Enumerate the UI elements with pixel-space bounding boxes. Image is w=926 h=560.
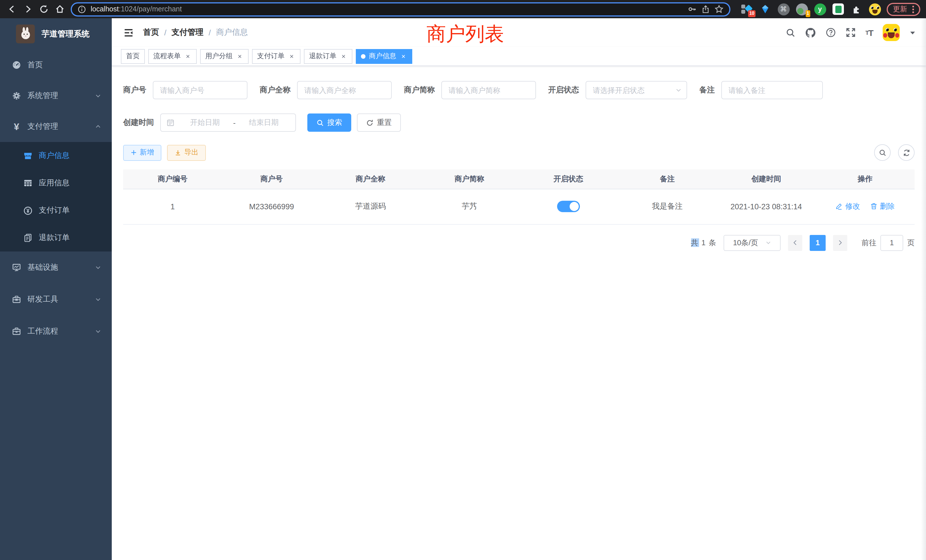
chevron-down-icon <box>95 296 101 303</box>
close-icon[interactable]: × <box>288 53 295 60</box>
table-header-row: 商户编号 商户号 商户全称 商户简称 开启状态 备注 创建时间 操作 <box>123 170 915 189</box>
sidebar-item-workflow[interactable]: 工作流程 <box>0 315 112 347</box>
extension-command-icon[interactable]: ⌘ <box>777 3 790 15</box>
chevron-down-icon <box>95 92 101 99</box>
add-button[interactable]: 新增 <box>123 145 161 160</box>
delete-link[interactable]: 删除 <box>870 201 895 212</box>
page-size-select[interactable]: 10条/页 <box>723 235 781 251</box>
sidebar-item-label: 退款订单 <box>39 233 70 243</box>
page-number-1[interactable]: 1 <box>809 235 826 251</box>
url-path: :1024/pay/merchant <box>119 5 182 13</box>
field-label: 商户全称 <box>260 85 291 95</box>
logo-rabbit-image <box>16 24 35 43</box>
gear-icon <box>12 91 21 100</box>
browser-url-bar[interactable]: localhost:1024/pay/merchant <box>71 2 731 16</box>
page-content: 商户号 商户全称 商户简称 开启状态 <box>112 66 926 560</box>
date-start-placeholder[interactable]: 开始日期 <box>179 118 231 128</box>
sidebar-item-label: 支付订单 <box>39 205 70 216</box>
filter-merchant-name: 商户全称 <box>260 81 392 99</box>
next-page-button[interactable] <box>833 235 847 251</box>
extension-session-icon[interactable]: 1 <box>796 3 808 15</box>
date-range-picker[interactable]: 开始日期 - 结束日期 <box>160 114 296 132</box>
bookmark-star-icon[interactable] <box>714 5 723 14</box>
remark-input[interactable] <box>721 81 823 99</box>
header-search-icon[interactable] <box>785 28 795 37</box>
user-menu-caret-icon[interactable] <box>909 29 916 36</box>
close-icon[interactable]: × <box>236 53 244 60</box>
sidebar-item-merchant-info[interactable]: 商户信息 <box>0 142 112 170</box>
font-size-icon[interactable]: TT <box>865 28 873 37</box>
col-create-time: 创建时间 <box>717 170 816 189</box>
extension-tiles-icon[interactable]: 10 <box>741 3 753 15</box>
github-icon[interactable] <box>805 27 816 38</box>
reset-button[interactable]: 重置 <box>357 114 401 132</box>
close-icon[interactable]: × <box>400 53 407 60</box>
merchant-short-input[interactable] <box>441 81 536 99</box>
cell-status <box>519 189 618 224</box>
prev-page-button[interactable] <box>788 235 802 251</box>
tags-view-bar: 首页 流程表单 × 用户分组 × 支付订单 × 退款订单 × <box>112 47 926 66</box>
close-icon[interactable]: × <box>184 53 192 60</box>
site-info-icon[interactable] <box>77 5 86 14</box>
tab-refund-order[interactable]: 退款订单 × <box>304 49 353 64</box>
sidebar-item-home[interactable]: 首页 <box>0 50 112 80</box>
yen-circle-icon <box>23 206 32 215</box>
status-toggle[interactable] <box>557 201 580 212</box>
help-icon[interactable] <box>825 27 836 38</box>
breadcrumb-pay[interactable]: 支付管理 <box>172 27 204 38</box>
merchant-no-input[interactable] <box>153 81 247 99</box>
browser-extensions: 10 ⌘ 1 y <box>741 3 881 15</box>
merchant-name-input[interactable] <box>297 81 392 99</box>
sidebar-item-pay[interactable]: ¥ 支付管理 <box>0 111 112 142</box>
browser-back-button[interactable] <box>5 2 20 17</box>
close-icon[interactable]: × <box>340 53 347 60</box>
sidebar-item-infra[interactable]: 基础设施 <box>0 251 112 283</box>
tab-home[interactable]: 首页 <box>121 49 145 64</box>
sidebar-collapse-icon[interactable] <box>122 26 135 39</box>
share-icon[interactable] <box>701 5 710 14</box>
browser-toolbar: localhost:1024/pay/merchant 10 ⌘ <box>0 0 926 18</box>
sidebar-item-refund-order[interactable]: 退款订单 <box>0 224 112 251</box>
goto-page-input[interactable] <box>881 235 903 251</box>
filter-create-time: 创建时间 开始日期 - 结束日期 <box>123 114 296 132</box>
cell-merchant-no: M233666999 <box>222 189 321 224</box>
document-copy-icon <box>23 233 32 242</box>
extension-y-icon[interactable]: y <box>814 3 826 15</box>
fullscreen-icon[interactable] <box>845 27 856 38</box>
browser-update-button[interactable]: 更新 <box>887 3 920 16</box>
profile-emoji-icon[interactable] <box>869 3 881 15</box>
user-avatar[interactable] <box>883 24 900 41</box>
show-search-toggle-button[interactable] <box>874 144 891 161</box>
sidebar-item-app-info[interactable]: 应用信息 <box>0 170 112 197</box>
refresh-table-button[interactable] <box>898 144 915 161</box>
grid-icon <box>23 179 32 188</box>
filter-row-1: 商户号 商户全称 商户简称 开启状态 <box>123 81 915 99</box>
browser-forward-button[interactable] <box>21 2 35 17</box>
edit-link[interactable]: 修改 <box>836 201 860 212</box>
pagination-total: 共 1 条 <box>691 238 717 248</box>
export-button[interactable]: 导出 <box>167 145 206 160</box>
extension-notes-icon[interactable] <box>832 3 844 15</box>
sidebar-item-label: 应用信息 <box>39 178 70 188</box>
field-label: 开启状态 <box>548 85 579 95</box>
sidebar-item-dev-tools[interactable]: 研发工具 <box>0 283 112 315</box>
tab-process-form[interactable]: 流程表单 × <box>148 49 197 64</box>
extensions-puzzle-icon[interactable] <box>850 3 863 15</box>
extension-gem-icon[interactable] <box>759 3 772 15</box>
app-header: 首页 / 支付管理 / 商户信息 <box>112 18 926 47</box>
sidebar-item-pay-order[interactable]: 支付订单 <box>0 197 112 224</box>
browser-menu-icon[interactable] <box>912 5 914 13</box>
password-key-icon[interactable] <box>688 5 697 14</box>
breadcrumb-home[interactable]: 首页 <box>143 27 159 38</box>
tab-user-group[interactable]: 用户分组 × <box>200 49 249 64</box>
browser-reload-button[interactable] <box>36 2 51 17</box>
cell-remark: 我是备注 <box>618 189 717 224</box>
search-button[interactable]: 搜索 <box>307 114 351 132</box>
sidebar-item-system[interactable]: 系统管理 <box>0 80 112 111</box>
breadcrumb-separator: / <box>209 28 211 37</box>
date-end-placeholder[interactable]: 结束日期 <box>238 118 290 128</box>
tab-pay-order[interactable]: 支付订单 × <box>252 49 301 64</box>
browser-home-button[interactable] <box>53 2 67 17</box>
tab-merchant-info[interactable]: 商户信息 × <box>356 49 412 64</box>
status-select[interactable] <box>585 81 687 99</box>
